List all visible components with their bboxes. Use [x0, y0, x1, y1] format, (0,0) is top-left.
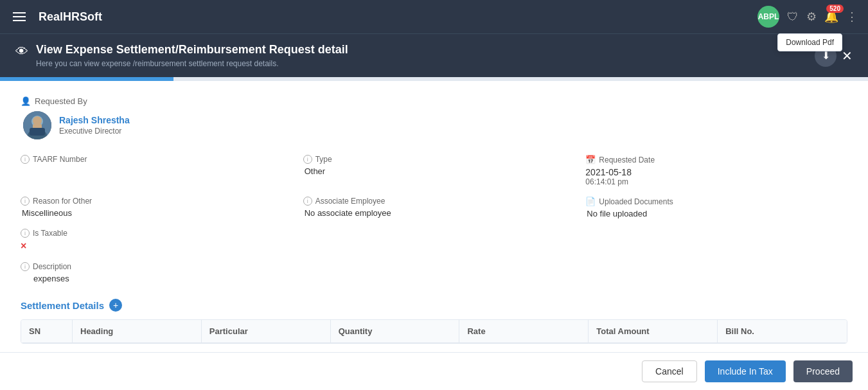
shield-icon[interactable]: 🛡 — [787, 10, 799, 24]
type-field: i Type Other — [303, 155, 565, 186]
requester-name: Rajesh Shrestha — [59, 115, 130, 125]
col-sn: SN — [21, 320, 73, 342]
navbar: RealHRSoft ABPL 🛡 ⚙ 🔔 520 ⋮ Download Pdf — [0, 0, 868, 33]
requested-date-value: 2021-05-18 — [585, 167, 847, 177]
requester-title: Executive Director — [59, 127, 130, 136]
type-info-icon: i — [303, 155, 312, 164]
notification-bell[interactable]: 🔔 520 — [824, 10, 838, 24]
reason-value: Miscellineous — [21, 208, 283, 218]
reason-info-icon: i — [21, 197, 30, 206]
requested-by-label: 👤 Requested By — [21, 96, 847, 106]
svg-rect-5 — [30, 128, 45, 136]
type-label: i Type — [303, 155, 565, 164]
page-title: View Expense Settlement/Reimbursement Re… — [36, 43, 348, 57]
associate-label: i Associate Employee — [303, 197, 565, 206]
document-icon: 📄 — [585, 197, 596, 206]
uploaded-docs-field: 📄 Uploaded Documents No file uploaded — [585, 197, 847, 218]
navbar-right: ABPL 🛡 ⚙ 🔔 520 ⋮ — [757, 6, 858, 28]
notification-count: 520 — [826, 4, 844, 13]
taarf-field: i TAARF Number — [21, 155, 283, 186]
associate-info-icon: i — [303, 197, 312, 206]
col-heading: Heading — [73, 320, 202, 342]
fields-grid-row2: i Reason for Other Miscellineous i Assoc… — [21, 197, 847, 218]
page-title-group: View Expense Settlement/Reimbursement Re… — [36, 43, 348, 68]
col-rate: Rate — [459, 320, 589, 342]
taxable-value: × — [21, 240, 283, 252]
user-avatar-badge[interactable]: ABPL — [757, 6, 779, 28]
footer: Cancel Include In Tax Proceed — [0, 352, 868, 359]
brand-logo: RealHRSoft — [39, 10, 102, 24]
taarf-info-icon: i — [21, 155, 30, 164]
description-label: i Description — [21, 262, 847, 271]
fields-grid-row3: i Is Taxable × — [21, 229, 847, 252]
settlement-header: Settlement Details + — [21, 299, 847, 312]
page-header-left: 👁 View Expense Settlement/Reimbursement … — [15, 43, 348, 68]
associate-field: i Associate Employee No associate employ… — [303, 197, 565, 218]
requester-info: Rajesh Shrestha Executive Director — [21, 111, 847, 139]
taxable-field: i Is Taxable × — [21, 229, 283, 252]
col-total-amount: Total Amount — [589, 320, 718, 342]
settlement-section: Settlement Details + SN Heading Particul… — [21, 299, 847, 344]
more-options-icon[interactable]: ⋮ — [846, 10, 858, 24]
reason-label: i Reason for Other — [21, 197, 283, 206]
fields-grid-row1: i TAARF Number i Type Other 📅 Requested … — [21, 155, 847, 186]
requested-date-field: 📅 Requested Date 2021-05-18 06:14:01 pm — [585, 155, 847, 186]
settlement-title: Settlement Details — [21, 300, 104, 311]
add-settlement-button[interactable]: + — [109, 299, 122, 312]
hamburger-menu[interactable] — [10, 10, 28, 24]
close-button[interactable]: ✕ — [842, 49, 853, 62]
taarf-label: i TAARF Number — [21, 155, 283, 164]
requester-avatar — [23, 111, 51, 139]
person-icon: 👤 — [21, 96, 31, 106]
eye-icon: 👁 — [15, 44, 28, 59]
reason-field: i Reason for Other Miscellineous — [21, 197, 283, 218]
col-bill-no: Bill No. — [718, 320, 847, 342]
settings-icon[interactable]: ⚙ — [806, 10, 817, 24]
page-header: 👁 View Expense Settlement/Reimbursement … — [0, 33, 868, 77]
navbar-left: RealHRSoft — [10, 10, 102, 24]
requested-time-value: 06:14:01 pm — [585, 177, 847, 186]
description-field: i Description expenses — [21, 262, 847, 283]
calendar-icon: 📅 — [585, 155, 596, 164]
col-particular: Particular — [202, 320, 331, 342]
svg-point-3 — [33, 116, 42, 125]
taxable-label: i Is Taxable — [21, 229, 283, 238]
page-subtitle: Here you can view expense /reimbursement… — [36, 59, 348, 68]
table-header: SN Heading Particular Quantity Rate Tota… — [21, 320, 847, 343]
description-info-icon: i — [21, 262, 30, 271]
settlement-table: SN Heading Particular Quantity Rate Tota… — [21, 319, 847, 344]
description-value: expenses — [21, 274, 847, 283]
uploaded-label: 📄 Uploaded Documents — [585, 197, 847, 206]
uploaded-value: No file uploaded — [585, 209, 847, 218]
requester-details: Rajesh Shrestha Executive Director — [59, 115, 130, 136]
taxable-info-icon: i — [21, 229, 30, 238]
main-content: 👤 Requested By Rajesh Shrestha Executive… — [0, 81, 868, 359]
requested-date-label: 📅 Requested Date — [585, 155, 847, 164]
col-quantity: Quantity — [331, 320, 460, 342]
type-value: Other — [303, 166, 565, 176]
associate-value: No associate employee — [303, 208, 565, 218]
download-pdf-tooltip: Download Pdf — [777, 33, 842, 51]
